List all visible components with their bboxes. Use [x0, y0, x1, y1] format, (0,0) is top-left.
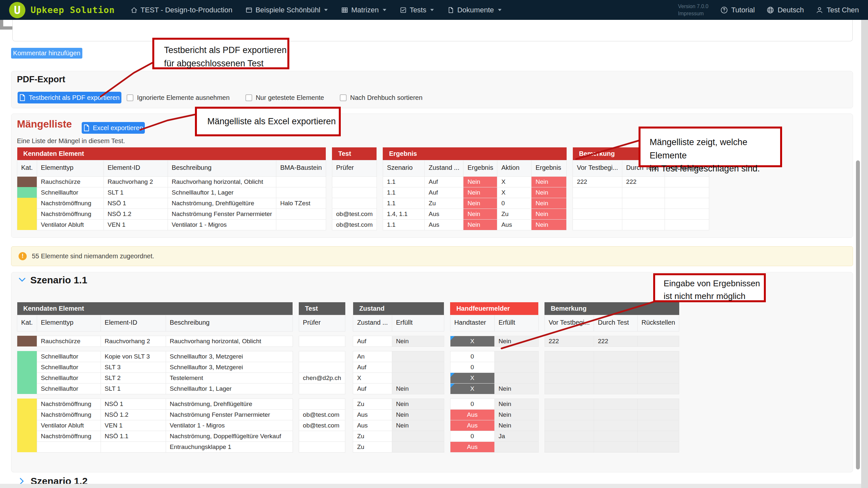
pdf-export-options: Ignorierte Elemente ausnehmenNur geteste… — [127, 92, 423, 103]
group-header-handfeuermelder: Handfeuermelder — [450, 302, 538, 315]
cell: Schnelllauftor — [37, 351, 100, 362]
cell: Schnelllauftor — [37, 362, 100, 372]
chevron-down-icon — [498, 8, 502, 11]
chevron-down-icon — [324, 8, 328, 11]
impressum-link[interactable]: Impressum — [678, 10, 708, 17]
cell: Schnelllauftor — [37, 383, 100, 394]
chevron-down-icon[interactable] — [19, 278, 26, 283]
chevron-down-icon — [382, 8, 386, 11]
add-comment-button[interactable]: Kommentar hinzufügen — [11, 48, 82, 59]
cell: Aus — [425, 219, 463, 230]
cell — [594, 442, 638, 452]
cell — [594, 420, 638, 431]
column-header: Rückstellen — [638, 315, 679, 331]
data-table: Kenndaten ElementTestZustandHandfeuermel… — [17, 302, 679, 453]
cell: Nachströmöffnung — [37, 409, 100, 420]
cell: Nein — [531, 219, 567, 230]
nav-item-matrizen[interactable]: Matrizen — [341, 6, 386, 14]
cell — [332, 198, 377, 208]
column-header: Ergebnis — [531, 160, 567, 176]
column-header: BMA-Baustein — [276, 160, 326, 176]
table-row: RauchschürzeRauchvorhang 2Rauchvorhang h… — [17, 336, 679, 347]
checkbox[interactable] — [245, 94, 252, 101]
cell[interactable]: Auf — [353, 362, 392, 372]
cell[interactable]: chen@d2p.ch — [299, 372, 345, 383]
cell — [494, 351, 538, 362]
column-header: Kat. — [17, 160, 37, 176]
cell[interactable] — [299, 362, 345, 372]
comment-input[interactable] — [12, 20, 853, 41]
language-menu[interactable]: Deutsch — [767, 6, 804, 14]
brand-title: Upkeep Solution — [31, 5, 115, 15]
cell[interactable]: An — [353, 351, 392, 362]
cell[interactable]: 0 — [450, 431, 494, 442]
cell[interactable] — [299, 336, 345, 347]
annotation-excel-export: Mängelliste als Excel exportieren — [195, 107, 341, 136]
checkbox[interactable] — [340, 94, 347, 101]
tutorial-link[interactable]: Tutorial — [720, 6, 755, 14]
nav-right: Version 7.0.0 Impressum Tutorial Deutsch… — [678, 3, 859, 17]
cell[interactable]: 0 — [450, 362, 494, 372]
cell[interactable] — [299, 431, 345, 442]
cell — [638, 420, 679, 431]
brand-logo[interactable]: U — [9, 2, 25, 18]
cell: Nachströmung, Drehflügeltüre — [167, 198, 276, 208]
column-header: Erfüllt — [494, 315, 538, 331]
cell: NSÖ 1 — [103, 198, 167, 208]
cell — [594, 431, 638, 442]
kat-color-cell — [17, 420, 37, 431]
pdf-file-icon — [19, 94, 25, 101]
cell[interactable] — [299, 442, 345, 452]
szenario-1-1-title: Szenario 1.1 — [30, 274, 87, 286]
cell: Nachströmung Fenster Parnermieter — [166, 409, 292, 420]
vertical-scrollbar[interactable] — [856, 160, 860, 469]
cell: X — [450, 336, 494, 347]
cell: Nein — [392, 420, 444, 431]
cell[interactable] — [299, 383, 345, 394]
nav-item-tests[interactable]: Tests — [400, 6, 434, 14]
export-excel-button[interactable]: Excel exportieren — [82, 122, 145, 134]
cell: NSÖ 1.2 — [100, 409, 166, 420]
cell[interactable]: Auf — [353, 383, 392, 394]
cell[interactable]: 0 — [450, 351, 494, 362]
kat-color-cell — [17, 362, 37, 372]
cell: Ja — [494, 431, 538, 442]
cell[interactable]: Zu — [353, 431, 392, 442]
pdf-export-title: PDF-Export — [17, 74, 65, 85]
cell — [664, 219, 709, 230]
group-header-bemerkung: Bemerkung — [545, 302, 679, 315]
export-pdf-button[interactable]: Testbericht als PDF exportieren — [18, 92, 121, 103]
cell[interactable]: ob@test.com — [299, 420, 345, 431]
cell — [622, 187, 664, 198]
cell[interactable]: Aus — [353, 409, 392, 420]
cell[interactable] — [299, 398, 345, 409]
cell[interactable]: ob@test.com — [299, 409, 345, 420]
cell[interactable]: Zu — [353, 442, 392, 452]
cell: Auf — [425, 187, 463, 198]
group-header-kenndaten-element: Kenndaten Element — [17, 148, 326, 160]
cell: Rauchschürze — [37, 336, 100, 347]
cell[interactable]: 0 — [450, 398, 494, 409]
checkbox[interactable] — [127, 94, 133, 101]
cell — [545, 442, 594, 452]
cell[interactable]: Zu — [353, 398, 392, 409]
cell[interactable] — [299, 351, 345, 362]
cell[interactable]: Aus — [353, 420, 392, 431]
nav-item-dokumente[interactable]: Dokumente — [447, 6, 502, 14]
nav-item-beispiele-sch-nb-hl[interactable]: Beispiele Schönbühl — [245, 6, 328, 14]
nav-item-label: Dokumente — [457, 6, 494, 14]
column-header: Beschreibung — [167, 160, 276, 176]
cell[interactable]: Auf — [353, 336, 392, 347]
cell[interactable]: X — [353, 372, 392, 383]
next-panel-edge — [0, 484, 861, 488]
cell: Aus — [450, 420, 494, 431]
cell — [638, 362, 679, 372]
column-header: Elementtyp — [37, 160, 103, 176]
user-menu[interactable]: Test Chen — [815, 6, 859, 14]
cell: Rauchvorhang 2 — [103, 176, 167, 187]
export-pdf-label: Testbericht als PDF exportieren — [29, 94, 119, 101]
nav-item-test-design-to-production[interactable]: TEST - Design-to-Production — [130, 6, 232, 14]
cell: Nein — [531, 198, 567, 208]
cell — [545, 409, 594, 420]
column-header: Prüfer — [299, 315, 345, 331]
